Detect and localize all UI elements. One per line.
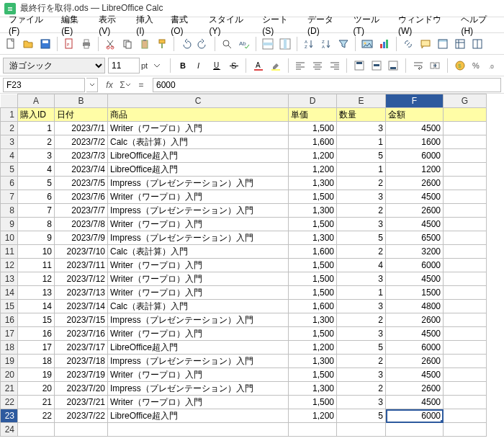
cell[interactable]: 2023/7/13 (55, 286, 108, 300)
column-header-C[interactable]: C (108, 94, 289, 108)
formula-input[interactable] (153, 78, 501, 92)
row-header[interactable]: 9 (1, 218, 18, 231)
cell[interactable] (444, 382, 487, 396)
cell[interactable]: 2023/7/1 (55, 122, 108, 135)
cell[interactable]: LibreOffice超入門 (108, 163, 289, 177)
cell[interactable]: 17 (18, 341, 55, 355)
cell[interactable]: Calc（表計算）入門 (108, 135, 289, 149)
cell[interactable] (289, 423, 337, 437)
font-size-input[interactable] (108, 58, 140, 74)
cell[interactable]: 購入ID (18, 108, 55, 122)
row-header[interactable]: 20 (1, 368, 18, 382)
row-header[interactable]: 5 (1, 163, 18, 177)
cell[interactable]: Writer（ワープロ）入門 (108, 286, 289, 300)
copy-button[interactable] (120, 36, 135, 52)
cell[interactable]: 2023/7/7 (55, 204, 108, 218)
cut-button[interactable] (102, 36, 118, 52)
column-header-A[interactable]: A (18, 94, 55, 108)
row-header[interactable]: 6 (1, 177, 18, 190)
cell[interactable] (444, 341, 487, 355)
cell[interactable]: 3 (337, 122, 386, 135)
cell[interactable]: 1 (337, 286, 386, 300)
cell[interactable]: 1,500 (289, 327, 337, 341)
cell[interactable] (444, 286, 487, 300)
clone-format-button[interactable] (154, 36, 170, 52)
cell[interactable]: Writer（ワープロ）入門 (108, 122, 289, 135)
cell[interactable]: 3 (337, 190, 386, 204)
sort-desc-button[interactable]: ZA (318, 36, 334, 52)
cell[interactable]: 1,200 (289, 163, 337, 177)
cell[interactable]: 2023/7/15 (55, 313, 108, 327)
bold-button[interactable]: B (176, 58, 190, 74)
cell[interactable]: 2 (337, 382, 386, 396)
sheet-area[interactable]: ABCDEFG 1購入ID日付商品単価数量金額212023/7/1Writer（… (0, 94, 504, 441)
cell[interactable]: 2600 (386, 355, 444, 368)
cell[interactable]: 8 (18, 218, 55, 231)
cell[interactable]: 2 (337, 204, 386, 218)
open-button[interactable] (20, 36, 36, 52)
cell[interactable]: LibreOffice超入門 (108, 149, 289, 163)
cell[interactable]: 日付 (55, 108, 108, 122)
row-header[interactable]: 23 (1, 409, 18, 423)
cell[interactable]: 2023/7/14 (55, 300, 108, 313)
cell[interactable]: 1,500 (289, 368, 337, 382)
cell[interactable]: 4500 (386, 396, 444, 409)
name-box[interactable]: F23 (3, 78, 85, 92)
cell[interactable]: 2023/7/4 (55, 163, 108, 177)
cell[interactable] (444, 204, 487, 218)
row-header[interactable]: 12 (1, 259, 18, 272)
cell[interactable]: 1200 (386, 163, 444, 177)
cell[interactable]: LibreOffice超入門 (108, 409, 289, 423)
cell[interactable]: 4500 (386, 122, 444, 135)
cell[interactable] (18, 423, 55, 437)
cell[interactable]: 3200 (386, 245, 444, 259)
cell[interactable] (444, 135, 487, 149)
cell[interactable]: 21 (18, 396, 55, 409)
cell[interactable]: 2600 (386, 177, 444, 190)
cell[interactable]: Writer（ワープロ）入門 (108, 190, 289, 204)
cell[interactable]: 4500 (386, 218, 444, 231)
cell[interactable]: 3 (337, 218, 386, 231)
new-button[interactable] (3, 36, 19, 52)
cell[interactable]: 4500 (386, 272, 444, 286)
cell[interactable]: 3 (337, 327, 386, 341)
cell[interactable] (444, 108, 487, 122)
spellcheck-button[interactable]: Ab (236, 36, 252, 52)
cell[interactable]: 1,300 (289, 177, 337, 190)
cell[interactable] (444, 368, 487, 382)
cell[interactable]: Impress（プレゼンテーション）入門 (108, 382, 289, 396)
sum-button[interactable]: Σ (118, 78, 132, 92)
cell[interactable]: 6000 (386, 149, 444, 163)
cell[interactable]: 1,300 (289, 313, 337, 327)
cell[interactable]: 1 (18, 122, 55, 135)
cell[interactable] (444, 231, 487, 245)
cell[interactable] (444, 313, 487, 327)
row-header[interactable]: 13 (1, 272, 18, 286)
cell[interactable]: 18 (18, 355, 55, 368)
cell[interactable]: 4500 (386, 368, 444, 382)
row-header[interactable]: 14 (1, 286, 18, 300)
cell[interactable]: 14 (18, 300, 55, 313)
headers-button[interactable] (435, 36, 451, 52)
cell[interactable]: 単価 (289, 108, 337, 122)
cell[interactable]: 2023/7/12 (55, 272, 108, 286)
cell[interactable]: 5 (337, 231, 386, 245)
cell[interactable]: 4500 (386, 327, 444, 341)
column-header-E[interactable]: E (337, 94, 386, 108)
cell[interactable]: Impress（プレゼンテーション）入門 (108, 231, 289, 245)
cell[interactable]: 5 (337, 149, 386, 163)
save-button[interactable] (37, 36, 53, 52)
cell[interactable]: 1,500 (289, 190, 337, 204)
column-header-F[interactable]: F (386, 94, 444, 108)
cell[interactable]: 5 (18, 177, 55, 190)
cell[interactable]: 7 (18, 204, 55, 218)
cell[interactable] (444, 177, 487, 190)
font-color-button[interactable]: A (251, 58, 266, 74)
select-all-corner[interactable] (1, 94, 18, 108)
cell[interactable]: 3 (337, 300, 386, 313)
cell[interactable]: 2023/7/18 (55, 355, 108, 368)
cell[interactable]: 2023/7/3 (55, 149, 108, 163)
cell[interactable]: 2023/7/22 (55, 409, 108, 423)
row-header[interactable]: 16 (1, 313, 18, 327)
italic-button[interactable]: I (193, 58, 207, 74)
